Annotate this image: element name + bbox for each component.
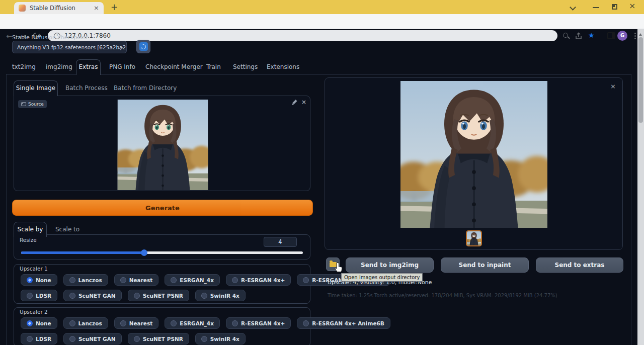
refresh-icon (139, 42, 148, 51)
option-label: SwinIR 4x (210, 293, 239, 299)
browser-menu-icon[interactable] (634, 35, 636, 37)
radio-icon (232, 320, 238, 326)
radio-selected-icon (27, 320, 33, 326)
option-label: ScuNET GAN (78, 336, 116, 342)
browser-tab[interactable]: Stable Diffusion × (14, 2, 104, 14)
bookmark-star-icon[interactable]: ★ (588, 31, 595, 39)
upscaler-option-swinir4x[interactable]: SwinIR 4x (195, 290, 246, 301)
upscaler-option-none[interactable]: None (21, 317, 57, 329)
edit-pencil-icon[interactable] (291, 100, 297, 106)
option-label: R-ESRGAN 4x+ (241, 320, 285, 326)
favicon-icon (19, 5, 26, 12)
tab-single-image-selected[interactable]: Single Image (14, 80, 58, 96)
radio-selected-icon (27, 277, 33, 283)
tab-search-chevron-icon[interactable] (571, 5, 575, 10)
upscaler-option-nearest[interactable]: Nearest (114, 317, 159, 329)
send-to-extras-button[interactable]: Send to extras (536, 257, 623, 273)
radio-icon (303, 320, 309, 326)
resize-group: Resize (14, 234, 310, 260)
option-label: ESRGAN_4x (180, 320, 214, 326)
upscaler-option-ldsr[interactable]: LDSR (21, 333, 57, 344)
upscaler2-label: Upscaler 2 (20, 309, 48, 315)
radio-icon (303, 277, 309, 283)
tab-extras-selected[interactable]: Extras (76, 59, 101, 75)
upscaler-option-resrgan4x[interactable]: R-ESRGAN 4x+ (226, 317, 291, 329)
tab-train[interactable]: Train (206, 60, 221, 73)
resize-slider[interactable] (21, 249, 303, 256)
option-label: ScuNET PSNR (143, 293, 183, 299)
tab-close-icon[interactable]: × (94, 5, 99, 12)
close-preview-icon[interactable]: × (610, 82, 616, 90)
browser-tab-strip: Stable Diffusion × + × (0, 0, 644, 14)
window-minimize-button[interactable] (593, 7, 599, 8)
generate-button[interactable]: Generate (12, 200, 313, 216)
upscaler1-label: Upscaler 1 (20, 266, 48, 272)
radio-icon (69, 277, 75, 283)
upscaler-option-scunet-psnr[interactable]: ScuNET PSNR (128, 333, 189, 344)
tab-batch-from-directory[interactable]: Batch from Directory (114, 80, 177, 96)
tab-img2img[interactable]: img2img (46, 60, 72, 73)
option-label: None (36, 320, 51, 326)
tab-extensions[interactable]: Extensions (267, 60, 299, 73)
radio-icon (69, 320, 75, 326)
refresh-checkpoints-button[interactable] (136, 40, 150, 53)
window-close-button[interactable]: × (629, 1, 635, 11)
upscaler-option-esrgan4x[interactable]: ESRGAN_4x (165, 317, 220, 329)
upscaler-option-esrgan4x[interactable]: ESRGAN_4x (165, 274, 220, 286)
upscaler-option-lanczos[interactable]: Lanczos (63, 274, 108, 286)
tab-txt2img[interactable]: txt2img (12, 60, 36, 73)
tab-png-info[interactable]: PNG Info (109, 60, 135, 73)
option-label: ESRGAN_4x (180, 277, 214, 283)
window-maximize-button[interactable] (612, 4, 617, 10)
gallery-thumbnail-selected[interactable] (466, 230, 482, 246)
scrollbar-up-arrow-icon[interactable] (639, 32, 642, 36)
radio-icon (120, 320, 126, 326)
option-label: Lanczos (78, 277, 102, 283)
source-chip: Source (18, 100, 47, 108)
share-icon[interactable] (575, 32, 583, 40)
upscaler-option-scunet-psnr[interactable]: ScuNET PSNR (128, 290, 189, 301)
upscaler-option-ldsr[interactable]: LDSR (21, 290, 57, 301)
send-to-img2img-button[interactable]: Send to img2img (346, 257, 434, 273)
radio-icon (134, 336, 140, 342)
upscaler-option-scunet-gan[interactable]: ScuNET GAN (63, 290, 122, 301)
resize-value-input[interactable] (264, 237, 297, 247)
radio-icon (69, 336, 75, 342)
url-bar[interactable]: 127.0.0.1:7860 (48, 30, 557, 41)
new-tab-button[interactable]: + (109, 2, 120, 13)
radio-icon (201, 336, 207, 342)
side-panel-icon[interactable] (607, 32, 615, 39)
source-image[interactable] (117, 100, 209, 190)
resize-label: Resize (20, 237, 37, 243)
upscaler-option-resrgan4x[interactable]: R-ESRGAN 4x+ (226, 274, 291, 286)
upscaler-option-swinir4x[interactable]: SwinIR 4x (195, 333, 246, 344)
zoom-icon[interactable] (563, 33, 568, 38)
send-to-inpaint-button[interactable]: Send to inpaint (441, 257, 529, 273)
radio-icon (232, 277, 238, 283)
radio-icon (201, 293, 207, 299)
scrollbar-thumb[interactable] (638, 37, 643, 123)
option-label: ScuNET GAN (78, 293, 116, 299)
upscaler-option-scunet-gan[interactable]: ScuNET GAN (63, 333, 122, 344)
tab-settings[interactable]: Settings (233, 60, 258, 73)
source-image-dropzone[interactable]: Source × (14, 96, 310, 191)
tab-scale-by-selected[interactable]: Scale by (14, 222, 47, 237)
upscaler-option-nearest[interactable]: Nearest (114, 274, 159, 286)
clear-image-icon[interactable]: × (301, 99, 306, 106)
upscaler-option-lanczos[interactable]: Lanczos (63, 317, 108, 329)
profile-avatar[interactable]: G (617, 31, 627, 41)
upscaler-option-none[interactable]: None (21, 274, 57, 286)
page-scrollbar[interactable] (637, 29, 644, 345)
tab-checkpoint-merger[interactable]: Checkpoint Merger (145, 60, 203, 73)
upscaler1-group: Upscaler 1 None Lanczos Nearest ESRGAN_4… (14, 264, 310, 304)
output-image[interactable] (400, 81, 547, 228)
checkpoint-dropdown[interactable]: Anything-V3-fp32.safetensors [625a2ba2] (12, 41, 127, 53)
checkpoint-label: Stable Diffusion checkpoint (12, 34, 88, 41)
slider-handle[interactable] (141, 249, 147, 256)
browser-toolbar: ← → 127.0.0.1:7860 ★ G (0, 14, 644, 29)
image-icon (21, 102, 26, 106)
radio-icon (27, 293, 33, 299)
back-button[interactable]: ← (6, 31, 13, 41)
tab-batch-process[interactable]: Batch Process (65, 80, 108, 96)
footer-stats-text: Time taken: 1.25s Torch active/reserved:… (328, 293, 557, 298)
